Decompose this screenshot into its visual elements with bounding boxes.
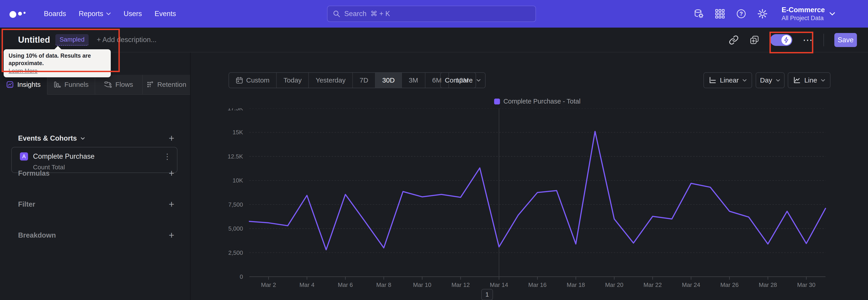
range-label: Today [283,77,302,84]
linear-scale-icon [709,77,716,84]
x-tick-label: Mar 22 [644,281,662,288]
line-chart-icon [793,77,801,84]
tab-funnels[interactable]: Funnels [48,75,95,95]
nav-item-reports[interactable]: Reports [72,0,117,28]
chevron-down-icon [829,12,835,16]
tab-insights[interactable]: Insights [0,75,48,95]
y-tick-label: 2,500 [228,249,243,256]
range-label: 3M [409,77,418,84]
report-title[interactable]: Untitled [18,35,50,45]
y-tick-label: 12.5K [228,153,243,160]
add-to-board-icon[interactable] [749,35,760,45]
sampling-toggle[interactable] [770,34,792,46]
tab-label: Insights [17,81,40,88]
nav-label: Boards [44,10,66,18]
y-tick-label: 7,500 [228,201,243,208]
global-search[interactable] [327,6,536,22]
apps-grid-icon[interactable] [715,8,725,19]
more-menu-button[interactable]: ⋯ [803,35,813,45]
range-7d[interactable]: 7D [353,73,375,88]
range-label: Yesterday [315,77,345,84]
add-description[interactable]: + Add description... [97,36,157,44]
nav-item-boards[interactable]: Boards [37,0,72,28]
range-yesterday[interactable]: Yesterday [309,73,352,88]
y-tick-label: 15K [232,129,243,136]
add-formula-button[interactable]: + [168,169,174,178]
calendar-icon [236,77,243,84]
tooltip-arrow [54,46,61,50]
funnels-icon [54,81,61,88]
x-tick-label: Mar 14 [490,281,508,288]
event-kebab-menu[interactable]: ⋮ [163,152,171,161]
chart-type-dropdown[interactable]: Line [788,72,831,88]
filter-section: Filter + [0,198,190,211]
range-label: 30D [382,77,395,84]
x-tick-label: Mar 24 [682,281,700,288]
x-tick-label: Mar 28 [759,281,777,288]
event-card-row: A Complete Purchase ⋮ [20,152,171,161]
report-actions: ⋯ Save [728,28,857,53]
tooltip-text: Using 10% of data. Results are approxima… [8,52,106,67]
link-icon[interactable] [728,35,739,45]
breakdown-section: Breakdown + [0,229,190,242]
chart-panel: CustomTodayYesterday7D30D3M6M12M Compare… [191,53,868,300]
x-tick-label: Mar 4 [300,281,314,288]
range-today[interactable]: Today [277,73,309,88]
chart-legend[interactable]: Complete Purchase - Total [494,98,581,105]
chart-type-label: Line [804,77,817,84]
add-filter-button[interactable]: + [168,200,174,209]
sampling-tooltip: Using 10% of data. Results are approxima… [4,49,111,77]
x-tick-label: Mar 30 [797,281,815,288]
series-line [249,131,826,250]
query-builder-sidebar: Insights Funnels Flows Retention Events … [0,53,191,300]
add-breakdown-button[interactable]: + [168,231,174,240]
project-switcher[interactable]: E-Commerce All Project Data [782,6,835,22]
range-label: Custom [246,77,270,84]
legend-label: Complete Purchase - Total [503,98,581,105]
mixpanel-logo-icon[interactable] [9,9,28,18]
chevron-down-icon [106,12,111,16]
report-header: Untitled Sampled + Add description... ⋯ … [0,28,868,53]
section-label: Events & Cohorts [18,134,77,143]
toggle-knob [781,35,792,45]
top-navbar: Boards Reports Users Events [0,0,868,28]
settings-gear-icon[interactable] [757,8,768,19]
pagination-page-1[interactable]: 1 [481,289,493,300]
range-label: 7D [360,77,368,84]
x-tick-label: Mar 20 [605,281,623,288]
tab-retention[interactable]: Retention [143,75,190,95]
x-tick-label: Mar 18 [567,281,585,288]
range-custom[interactable]: Custom [229,73,277,88]
range-30d[interactable]: 30D [375,73,402,88]
events-cohorts-label[interactable]: Events & Cohorts [18,134,85,143]
chevron-down-icon [81,137,85,140]
project-name: E-Commerce [782,6,825,14]
y-tick-label: 17.5K [228,108,243,112]
nav-item-users[interactable]: Users [117,0,148,28]
x-tick-label: Mar 12 [452,281,470,288]
retention-icon [147,81,154,88]
learn-more-link[interactable]: Learn More [8,68,37,74]
compare-label: Compare [445,77,473,84]
data-management-icon[interactable] [693,8,704,19]
search-input[interactable] [344,10,530,18]
chevron-down-icon [821,79,825,82]
sampled-badge[interactable]: Sampled [55,34,89,46]
formulas-label: Formulas [18,169,50,177]
save-button[interactable]: Save [834,33,857,47]
main-nav: Boards Reports Users Events [37,0,182,28]
tab-flows[interactable]: Flows [95,75,143,95]
x-tick-label: Mar 6 [338,281,353,288]
x-tick-label: Mar 26 [720,281,739,288]
scale-dropdown[interactable]: Linear [704,72,752,88]
add-event-button[interactable]: + [168,133,174,143]
insights-icon [6,81,13,88]
search-icon [333,10,340,18]
interval-label: Day [760,77,772,84]
interval-dropdown[interactable]: Day [756,72,784,88]
range-3m[interactable]: 3M [402,73,426,88]
x-tick-label: Mar 8 [376,281,391,288]
help-icon[interactable]: ? [736,8,746,19]
compare-button[interactable]: Compare [440,72,486,88]
nav-item-events[interactable]: Events [148,0,182,28]
